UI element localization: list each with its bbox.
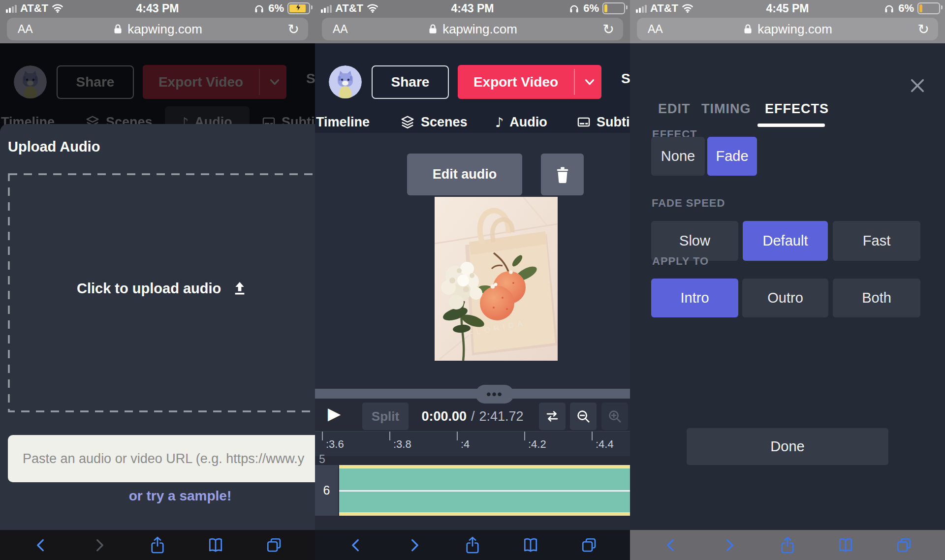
headphones-icon — [883, 3, 895, 14]
ruler-tick-label: :4 — [461, 438, 470, 451]
fade-speed-option-default[interactable]: Default — [743, 221, 828, 261]
fade-speed-option-fast[interactable]: Fast — [833, 221, 920, 261]
upload-icon — [232, 281, 248, 297]
forward-button[interactable] — [85, 533, 114, 558]
tabs-icon — [265, 536, 283, 554]
tab-edit[interactable]: EDIT — [658, 101, 691, 117]
audio-url-input[interactable] — [8, 435, 315, 482]
split-button[interactable]: Split — [362, 403, 409, 430]
back-button[interactable] — [26, 533, 56, 558]
share-icon — [149, 535, 166, 555]
avatar[interactable] — [14, 65, 47, 98]
status-bar: AT&T 4:43 PM 6% — [0, 0, 315, 16]
tab-effects[interactable]: EFFECTS — [765, 101, 829, 117]
drag-handle[interactable]: ••• — [475, 385, 514, 404]
waveform-line — [339, 490, 630, 492]
export-video-button[interactable]: Export Video — [143, 65, 286, 99]
refresh-button[interactable]: ↻ — [288, 21, 299, 37]
bookmarks-button[interactable] — [516, 533, 545, 558]
tab-timing[interactable]: TIMING — [701, 101, 751, 117]
effect-option-fade[interactable]: Fade — [707, 137, 757, 176]
tab-subtitles[interactable]: Subti — [577, 112, 630, 132]
ruler-tick-label: :3.8 — [393, 438, 411, 451]
refresh-button[interactable]: ↻ — [918, 21, 929, 37]
apply-to-option-both[interactable]: Both — [833, 279, 920, 317]
back-button[interactable] — [656, 533, 686, 558]
bookmarks-button[interactable] — [831, 533, 860, 558]
timeline-resize-bar[interactable]: ••• — [315, 389, 630, 399]
track-5-label: 5 — [319, 453, 325, 466]
ruler-tick-label: :4.4 — [596, 438, 614, 451]
forward-button[interactable] — [400, 533, 429, 558]
phone-middle: AT&T 4:43 PM 6% AA kapwing.com ↻ — [315, 0, 630, 560]
try-sample-link[interactable]: or try a sample! — [0, 488, 315, 504]
tabs-button[interactable] — [574, 533, 604, 558]
music-note-icon: ♪ — [495, 115, 504, 130]
avatar[interactable] — [329, 65, 362, 98]
share-sheet-button[interactable] — [143, 533, 172, 558]
zoom-in-button[interactable] — [601, 403, 628, 430]
url-bar[interactable]: AA kapwing.com ↻ — [7, 18, 308, 40]
battery-icon — [917, 2, 940, 14]
edit-audio-button[interactable]: Edit audio — [407, 154, 522, 195]
upload-dropzone[interactable]: Click to upload audio — [8, 173, 315, 412]
fit-timeline-button[interactable] — [539, 403, 566, 430]
share-sheet-button[interactable] — [458, 533, 487, 558]
url-text: kapwing.com — [127, 22, 202, 37]
lightning-bolt-icon — [295, 3, 302, 11]
tab-scenes[interactable]: Scenes — [400, 112, 468, 132]
share-button[interactable]: Share — [57, 65, 134, 99]
export-video-button[interactable]: Export Video — [458, 65, 601, 99]
editor-workspace: Edit audio — [315, 133, 630, 389]
url-bar[interactable]: AA kapwing.com ↻ — [322, 18, 623, 40]
apply-to-section-label: APPLY TO — [652, 255, 709, 268]
close-icon — [909, 77, 926, 94]
done-button[interactable]: Done — [687, 428, 888, 465]
refresh-button[interactable]: ↻ — [603, 21, 614, 37]
timeline-ruler[interactable]: :3.6 :3.8 :4 :4.2 :4.4 — [315, 431, 630, 456]
close-button[interactable] — [909, 77, 927, 95]
timecode: 0:00.00 / 2:41.72 — [405, 403, 540, 430]
safari-toolbar — [630, 530, 945, 560]
layers-icon — [400, 115, 415, 129]
swap-arrows-icon — [545, 409, 560, 424]
url-text: kapwing.com — [442, 22, 517, 37]
tabs-icon — [580, 536, 598, 554]
battery-percent: 6% — [268, 2, 284, 15]
share-button[interactable]: Share — [372, 65, 449, 99]
tab-audio[interactable]: ♪ Audio — [495, 112, 547, 132]
battery-percent: 6% — [583, 2, 599, 15]
active-tab-underline — [757, 124, 825, 127]
safari-chrome: AT&T 4:43 PM 6% AA kapwing.com ↻ — [315, 0, 630, 43]
bookmarks-button[interactable] — [201, 533, 230, 558]
url-text: kapwing.com — [757, 22, 832, 37]
ruler-tick-label: :4.2 — [528, 438, 546, 451]
forward-button[interactable] — [715, 533, 744, 558]
zoom-out-button[interactable] — [570, 403, 597, 430]
tabs-button[interactable] — [889, 533, 919, 558]
video-preview-image[interactable]: FLORIDA — [435, 197, 558, 361]
back-button[interactable] — [341, 533, 371, 558]
url-bar[interactable]: AA kapwing.com ↻ — [637, 18, 938, 40]
chevron-down-icon[interactable] — [263, 65, 286, 99]
play-button[interactable]: ▶ — [328, 404, 341, 423]
chevron-left-icon — [348, 537, 363, 554]
share-sheet-button[interactable] — [773, 533, 802, 558]
export-video-label: Export Video — [143, 65, 259, 99]
drag-handle-dots-icon: ••• — [486, 387, 503, 402]
three-phone-screenshots: AT&T 4:43 PM 6% AA kapwing.com ↻ — [0, 0, 945, 560]
tab-timeline[interactable]: Timeline — [316, 112, 370, 132]
modal-title: Upload Audio — [8, 139, 100, 155]
apply-to-option-outro[interactable]: Outro — [742, 279, 828, 317]
signin-clipped-text: Si — [621, 71, 630, 87]
dropzone-label: Click to upload audio — [77, 280, 248, 297]
delete-audio-button[interactable] — [541, 154, 584, 195]
chevron-down-icon[interactable] — [578, 65, 601, 99]
audio-clip-waveform[interactable] — [339, 465, 630, 516]
book-icon — [522, 536, 539, 554]
share-icon — [779, 535, 796, 555]
effect-option-none[interactable]: None — [651, 137, 705, 176]
tabs-button[interactable] — [259, 533, 289, 558]
apply-to-option-intro[interactable]: Intro — [651, 279, 738, 317]
upload-audio-modal: Upload Audio Click to upload audio or tr… — [0, 124, 315, 530]
